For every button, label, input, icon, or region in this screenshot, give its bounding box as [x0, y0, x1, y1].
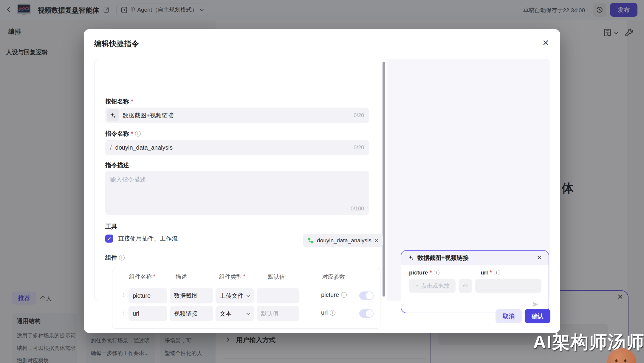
preview-card-header: 数据截图+视频链接 ✕ [401, 251, 549, 265]
remove-tag-icon[interactable]: ✕ [374, 238, 379, 244]
link-button[interactable] [459, 279, 472, 293]
table-header-divider [112, 284, 380, 284]
modal-title: 编辑快捷指令 [94, 39, 139, 49]
col-header-type: 组件类型* [219, 273, 245, 281]
row1-type-select[interactable]: 上传文件 [216, 288, 254, 303]
workflow-tag-label: douyin_data_analysis [317, 237, 371, 244]
row1-toggle[interactable] [359, 291, 374, 300]
col-header-default: 默认值 [268, 273, 285, 281]
plus-icon: + [415, 283, 419, 289]
preview-url-label: url* i [481, 269, 499, 276]
preview-picture-label: picture* i [409, 269, 439, 276]
checkbox-checked-icon[interactable]: ✓ [105, 235, 113, 243]
sparkle-icon [107, 109, 119, 121]
command-name-field[interactable]: / 0/20 [105, 140, 369, 155]
link-icon [462, 283, 469, 289]
button-name-field[interactable]: 0/20 [105, 108, 369, 123]
drag-handle-icon[interactable]: ⋮⋮ [121, 310, 129, 315]
col-header-desc: 描述 [176, 273, 187, 281]
required-star: * [131, 130, 133, 137]
command-name-input[interactable] [115, 144, 350, 151]
row1-param: picturei [321, 291, 347, 298]
info-icon[interactable]: i [119, 255, 125, 260]
row2-name-input[interactable] [129, 306, 167, 321]
info-icon[interactable]: i [341, 292, 347, 298]
row1-default-input[interactable] [257, 288, 299, 303]
preview-url-input[interactable] [475, 279, 541, 293]
use-plugin-option[interactable]: ✓ 直接使用插件、工作流 [105, 235, 178, 243]
button-name-input[interactable] [123, 112, 350, 119]
row1-desc-input[interactable] [170, 288, 213, 303]
components-label: 组件 i [105, 254, 125, 262]
modal-content-box: 按钮名称* 0/20 指令名称* i / 0/20 指令描述 [94, 59, 550, 301]
button-name-label: 按钮名称* [105, 97, 133, 106]
info-icon[interactable]: i [135, 131, 141, 136]
form-scrollbar[interactable] [383, 62, 385, 297]
info-icon[interactable]: i [494, 270, 499, 275]
row2-default-input[interactable] [257, 306, 299, 321]
info-icon[interactable]: i [434, 270, 439, 275]
col-header-name: 组件名称* [129, 273, 155, 281]
info-icon[interactable]: i [330, 310, 335, 316]
row2-desc-input[interactable] [170, 306, 213, 321]
screen: 视频数据复盘智能体 1 单 Agent（自主规划模式） 草稿自动保存于22:34… [0, 0, 644, 363]
char-counter: 0/20 [354, 112, 364, 119]
row2-type-select[interactable]: 文本 [216, 306, 254, 321]
row2-param: urli [321, 309, 335, 316]
command-desc-label: 指令描述 [105, 161, 129, 169]
tools-label: 工具 [105, 223, 117, 231]
edit-shortcut-modal: 编辑快捷指令 ✕ 按钮名称* 0/20 指令名称* i / [84, 29, 560, 333]
confirm-button[interactable]: 确认 [525, 309, 550, 323]
shortcut-preview-card: 数据截图+视频链接 ✕ picture* i url* i + 点击或拖放 [401, 250, 549, 313]
col-header-param: 对应参数 [322, 273, 345, 281]
preview-send-icon[interactable]: ➤ [532, 299, 538, 309]
sparkle-icon [408, 255, 414, 261]
preview-close-icon[interactable]: ✕ [537, 254, 542, 262]
table-row: ⋮⋮ 上传文件 picturei [112, 288, 381, 303]
workflow-tag[interactable]: douyin_data_analysis ✕ [303, 234, 383, 247]
command-desc-field[interactable]: 0/100 [105, 171, 369, 215]
row2-toggle[interactable] [359, 309, 374, 318]
row1-name-input[interactable] [129, 288, 167, 303]
components-table: 组件名称* 描述 组件类型* 默认值 对应参数 ⋮⋮ 上传文件 picturei [112, 268, 380, 329]
use-plugin-label: 直接使用插件、工作流 [118, 235, 178, 243]
table-row: ⋮⋮ 文本 urli [112, 306, 381, 321]
workflow-icon [307, 237, 314, 244]
char-counter: 0/20 [354, 145, 364, 151]
char-counter: 0/100 [351, 206, 364, 212]
upload-dropzone[interactable]: + 点击或拖放 [409, 279, 456, 293]
drag-handle-icon[interactable]: ⋮⋮ [121, 292, 129, 297]
modal-close-icon[interactable]: ✕ [542, 38, 549, 48]
required-star: * [131, 98, 133, 105]
cancel-button[interactable]: 取消 [496, 309, 522, 323]
preview-title: 数据截图+视频链接 [417, 254, 534, 262]
command-desc-textarea[interactable] [105, 171, 369, 203]
command-name-label: 指令名称* i [105, 130, 141, 138]
slash-prefix: / [110, 144, 112, 151]
